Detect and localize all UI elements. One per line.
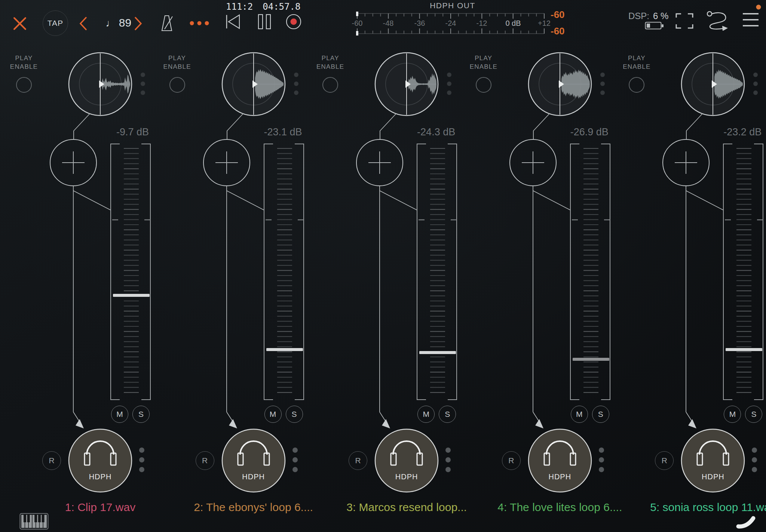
play-enable-button[interactable]: [169, 77, 185, 93]
clip-menu-dots[interactable]: [599, 72, 608, 98]
output-menu-dots[interactable]: [291, 446, 300, 475]
output-destination-button[interactable]: [222, 429, 285, 492]
output-destination-button[interactable]: [375, 429, 438, 492]
record-arm-button[interactable]: R: [502, 451, 521, 470]
output-destination-label: HDPH: [530, 473, 590, 481]
channel-strip: PLAY ENABLE -9.7 dB M S R HDPH 1: Clip 1…: [0, 0, 153, 532]
clip-menu-dots[interactable]: [139, 72, 148, 98]
clip-menu-dots[interactable]: [445, 72, 454, 98]
output-menu-dots[interactable]: [444, 446, 453, 475]
waveform-clip-pad[interactable]: [222, 53, 285, 116]
volume-fader[interactable]: [110, 144, 151, 401]
mute-button[interactable]: M: [417, 406, 435, 423]
mixer-channels: PLAY ENABLE -9.7 dB M S R HDPH 1: Clip 1…: [0, 0, 766, 532]
mute-button[interactable]: M: [264, 406, 282, 423]
corner-swoosh-icon[interactable]: [732, 508, 762, 531]
waveform-clip-pad[interactable]: [69, 53, 132, 116]
clip-menu-dots[interactable]: [292, 72, 301, 98]
output-menu-dots[interactable]: [138, 446, 147, 475]
play-enable-button[interactable]: [16, 77, 32, 93]
output-menu-dots[interactable]: [750, 446, 759, 475]
output-menu-dots[interactable]: [597, 446, 606, 475]
output-destination-label: HDPH: [70, 473, 130, 481]
record-arm-button[interactable]: R: [42, 451, 61, 470]
output-destination-button[interactable]: [681, 429, 744, 492]
volume-fader[interactable]: [723, 144, 764, 401]
play-enable-button[interactable]: [476, 77, 491, 93]
fader-db-value: -9.7 dB: [75, 126, 149, 138]
add-insert-button[interactable]: [510, 139, 556, 186]
channel-strip: PLAY ENABLE -23.1 dB M S R HDPH 2: The e…: [153, 0, 307, 532]
fader-db-value: -26.9 dB: [534, 126, 609, 138]
solo-button[interactable]: S: [592, 406, 609, 423]
play-enable-button[interactable]: [322, 77, 338, 93]
add-insert-button[interactable]: [203, 139, 250, 186]
solo-button[interactable]: S: [286, 406, 303, 423]
output-destination-label: HDPH: [683, 473, 743, 481]
mute-button[interactable]: M: [571, 406, 588, 423]
fader-db-value: -23.1 dB: [228, 126, 302, 138]
output-destination-button[interactable]: [528, 429, 591, 492]
add-insert-button[interactable]: [50, 139, 96, 186]
solo-button[interactable]: S: [132, 406, 150, 423]
fader-db-value: -24.3 dB: [381, 126, 455, 138]
channel-strip: PLAY ENABLE -26.9 dB M S R HDPH 4: The l…: [460, 0, 613, 532]
volume-fader[interactable]: [416, 144, 457, 401]
fader-db-value: -23.2 dB: [687, 126, 762, 138]
output-destination-label: HDPH: [224, 473, 284, 481]
waveform-clip-pad[interactable]: [681, 53, 744, 116]
channel-strip: PLAY ENABLE -24.3 dB M S R HDPH 3: Marco…: [306, 0, 460, 532]
play-enable-label: PLAY ENABLE: [461, 54, 506, 71]
keyboard-icon[interactable]: [19, 513, 49, 530]
output-destination-button[interactable]: [69, 429, 132, 492]
add-insert-button[interactable]: [663, 139, 709, 186]
record-arm-button[interactable]: R: [349, 451, 367, 470]
output-destination-label: HDPH: [377, 473, 436, 481]
volume-fader[interactable]: [570, 144, 611, 401]
record-arm-button[interactable]: R: [196, 451, 214, 470]
play-enable-label: PLAY ENABLE: [1, 54, 46, 71]
channel-strip: PLAY ENABLE -23.2 dB M S R HDPH 5: sonia…: [613, 0, 766, 532]
play-enable-label: PLAY ENABLE: [614, 54, 659, 71]
solo-button[interactable]: S: [439, 406, 456, 423]
mute-button[interactable]: M: [111, 406, 128, 423]
add-insert-button[interactable]: [356, 139, 403, 186]
volume-fader[interactable]: [263, 144, 304, 401]
play-enable-label: PLAY ENABLE: [308, 54, 353, 71]
clip-menu-dots[interactable]: [752, 72, 761, 98]
waveform-clip-pad[interactable]: [528, 53, 591, 116]
play-enable-label: PLAY ENABLE: [155, 54, 200, 71]
waveform-clip-pad[interactable]: [375, 53, 438, 116]
